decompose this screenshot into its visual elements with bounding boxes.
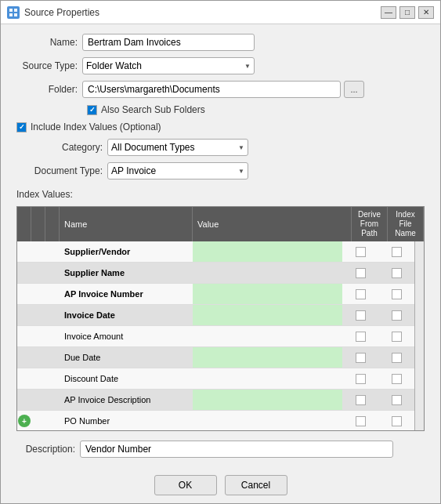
browse-button[interactable]: ... xyxy=(344,81,364,98)
include-check-icon: ✓ xyxy=(19,124,25,131)
cell-value[interactable] xyxy=(193,411,342,430)
table-body: Supplier/Vendor Supplier Name xyxy=(17,241,414,430)
index-checkbox[interactable] xyxy=(392,395,402,405)
cell-name: Supplier/Vendor xyxy=(60,245,193,259)
table-row: Invoice Date xyxy=(17,305,414,326)
document-type-label: Document Type: xyxy=(16,165,103,176)
cell-value[interactable] xyxy=(193,263,342,283)
cell-value[interactable] xyxy=(193,305,342,325)
title-bar: Source Properties — □ ✕ xyxy=(1,1,440,24)
svg-rect-2 xyxy=(9,13,13,16)
table-row: + PO Number xyxy=(17,411,414,430)
cell-index xyxy=(378,414,414,429)
cancel-button[interactable]: Cancel xyxy=(225,475,287,495)
cell-index xyxy=(378,329,414,344)
window-icon xyxy=(7,6,20,19)
source-type-row: Source Type: Folder Watch ▼ xyxy=(16,57,425,74)
document-type-dropdown[interactable]: AP Invoice ▼ xyxy=(107,162,248,179)
description-input[interactable] xyxy=(80,441,393,458)
th-value: Value xyxy=(193,207,352,241)
index-checkbox[interactable] xyxy=(392,247,402,257)
index-checkbox[interactable] xyxy=(392,289,402,299)
index-values-table: Name Value DeriveFromPath IndexFileName … xyxy=(16,206,425,431)
derive-checkbox[interactable] xyxy=(356,247,366,257)
derive-checkbox[interactable] xyxy=(356,332,366,342)
cell-derive xyxy=(342,414,378,429)
derive-checkbox[interactable] xyxy=(356,395,366,405)
cell-derive xyxy=(342,329,378,344)
cell-name: PO Number xyxy=(60,414,193,428)
cell-name: Due Date xyxy=(60,350,193,364)
window-controls: — □ ✕ xyxy=(381,6,434,19)
include-index-checkbox[interactable]: ✓ xyxy=(16,122,27,132)
footer: OK Cancel xyxy=(1,467,440,503)
folder-label: Folder: xyxy=(16,84,78,95)
index-checkbox[interactable] xyxy=(392,310,402,321)
folder-input[interactable] xyxy=(82,81,341,98)
derive-checkbox[interactable] xyxy=(356,310,366,321)
index-checkbox[interactable] xyxy=(392,416,402,426)
cell-index xyxy=(378,287,414,302)
index-checkbox[interactable] xyxy=(392,374,402,384)
index-checkbox[interactable] xyxy=(392,268,402,278)
category-label: Category: xyxy=(16,142,103,153)
derive-checkbox[interactable] xyxy=(356,268,366,278)
category-dropdown[interactable]: All Document Types ▼ xyxy=(107,139,248,156)
th-col1 xyxy=(17,207,31,241)
th-col2 xyxy=(31,207,45,241)
cell-derive xyxy=(342,287,378,302)
svg-rect-3 xyxy=(14,13,17,16)
cell-value[interactable] xyxy=(193,390,342,410)
table-row: Invoice Amount xyxy=(17,326,414,347)
table-row: AP Invoice Description xyxy=(17,390,414,411)
derive-checkbox[interactable] xyxy=(356,374,366,384)
also-search-checkbox[interactable]: ✓ xyxy=(87,105,97,115)
cell-derive xyxy=(342,350,378,365)
table-row: Due Date xyxy=(17,347,414,368)
name-input[interactable] xyxy=(82,34,255,51)
th-col3 xyxy=(45,207,60,241)
derive-checkbox[interactable] xyxy=(356,353,366,363)
maximize-button[interactable]: □ xyxy=(399,6,415,19)
index-checkbox[interactable] xyxy=(392,353,402,363)
cell-value[interactable] xyxy=(193,368,342,389)
cell-derive xyxy=(342,393,378,408)
name-label: Name: xyxy=(16,37,78,48)
cell-value[interactable] xyxy=(193,284,342,304)
source-type-dropdown[interactable]: Folder Watch ▼ xyxy=(82,57,255,74)
svg-rect-1 xyxy=(14,9,17,12)
document-type-value: AP Invoice xyxy=(111,165,156,176)
document-type-arrow: ▼ xyxy=(238,168,244,175)
add-icon[interactable]: + xyxy=(18,415,31,427)
cell-index xyxy=(378,350,414,365)
index-checkbox[interactable] xyxy=(392,332,402,342)
cell-index xyxy=(378,372,414,386)
folder-row: Folder: ... xyxy=(16,81,425,98)
index-values-label: Index Values: xyxy=(16,189,425,200)
cell-value[interactable] xyxy=(193,347,342,368)
cell-index xyxy=(378,393,414,408)
cell-index xyxy=(378,308,414,323)
cell-derive xyxy=(342,372,378,386)
table-scrollbar[interactable] xyxy=(414,241,424,430)
main-window: Source Properties — □ ✕ Name: Source Typ… xyxy=(0,0,441,504)
cell-value[interactable] xyxy=(193,241,342,262)
cell-name: AP Invoice Number xyxy=(60,287,193,301)
table-row: Supplier/Vendor xyxy=(17,241,414,263)
description-label: Description: xyxy=(16,444,75,455)
close-button[interactable]: ✕ xyxy=(418,6,434,19)
derive-checkbox[interactable] xyxy=(356,416,366,426)
th-index-file: IndexFileName xyxy=(388,207,424,241)
table-row: Supplier Name xyxy=(17,263,414,284)
cell-name: Supplier Name xyxy=(60,266,193,280)
derive-checkbox[interactable] xyxy=(356,289,366,299)
cell-derive xyxy=(342,266,378,281)
cell-value[interactable] xyxy=(193,326,342,346)
cell-name: AP Invoice Description xyxy=(60,393,193,407)
include-index-label: Include Index Values (Optional) xyxy=(31,121,161,132)
ok-button[interactable]: OK xyxy=(154,475,217,495)
check-icon: ✓ xyxy=(89,107,96,114)
th-name: Name xyxy=(60,207,193,241)
document-type-row: Document Type: AP Invoice ▼ xyxy=(16,162,425,179)
minimize-button[interactable]: — xyxy=(381,6,396,19)
